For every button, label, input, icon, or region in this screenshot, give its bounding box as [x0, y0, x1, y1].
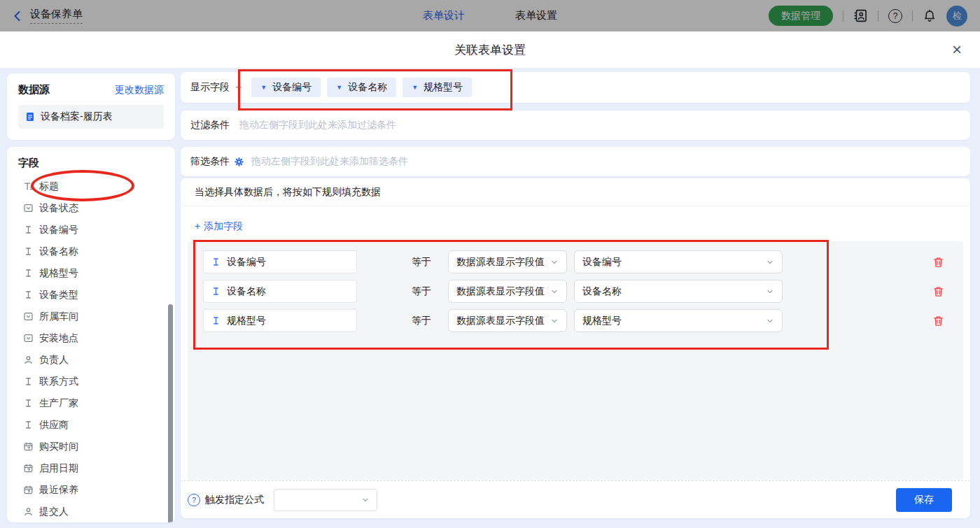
field-item-label: 生产厂家 — [39, 397, 78, 410]
caret-down-icon: ▼ — [412, 84, 418, 91]
rule-field-label: 设备名称 — [227, 285, 266, 298]
display-field-chips: ▼设备编号▼设备名称▼规格型号 — [251, 78, 478, 97]
rule-row: 规格型号 等于 数据源表显示字段值 规格型号 — [203, 309, 963, 332]
panel-footer: ? 触发指定公式 保存 — [181, 480, 970, 518]
field-item-label: 启用日期 — [39, 462, 78, 475]
field-item[interactable]: 生产厂家 — [18, 392, 164, 414]
date-field-icon — [24, 464, 33, 473]
field-item[interactable]: 设备类型 — [18, 284, 164, 306]
field-item-label: 设备状态 — [39, 202, 78, 215]
tab-form-design[interactable]: 表单设计 — [423, 9, 465, 22]
display-fields-panel: 显示字段 + ▼设备编号▼设备名称▼规格型号 — [181, 72, 970, 103]
date-field-icon — [24, 485, 33, 494]
rule-row: 设备名称 等于 数据源表显示字段值 设备名称 — [203, 280, 963, 303]
field-item-label: 规格型号 — [39, 267, 78, 280]
formula-help-icon[interactable]: ? — [188, 494, 200, 506]
screen-condition-panel: 筛选条件 拖动左侧字段到此处来添加筛选条件 — [181, 147, 970, 176]
tab-form-settings[interactable]: 表单设置 — [515, 9, 557, 22]
chip-label: 设备编号 — [272, 81, 312, 94]
text-field-icon — [24, 269, 33, 278]
gear-icon[interactable] — [234, 157, 244, 166]
field-item[interactable]: 设备编号 — [18, 219, 164, 241]
header-tabs: 表单设计 表单设置 — [0, 9, 980, 22]
trigger-formula-select[interactable] — [274, 489, 377, 511]
heading-field-icon — [24, 182, 33, 191]
add-field-button[interactable]: + 添加字段 — [195, 220, 243, 233]
fields-scrollbar[interactable] — [168, 304, 173, 522]
save-button[interactable]: 保存 — [896, 488, 952, 512]
delete-rule-button[interactable] — [933, 286, 944, 297]
text-field-icon — [211, 257, 220, 266]
chevron-down-icon — [361, 496, 370, 504]
field-item[interactable]: 购买时间 — [18, 436, 164, 457]
field-item-label: 联系方式 — [39, 376, 78, 388]
rule-target-field[interactable]: 设备名称 — [203, 280, 357, 303]
date-field-icon — [24, 442, 33, 451]
rule-field-label: 设备编号 — [227, 256, 266, 269]
rule-target-field[interactable]: 规格型号 — [203, 309, 357, 332]
rule-field-label: 规格型号 — [227, 315, 266, 327]
app-header: 设备保养单 表单设计 表单设置 数据管理 ? 检 — [0, 0, 980, 31]
rule-value-select[interactable]: 规格型号 — [574, 309, 783, 332]
display-field-chip[interactable]: ▼设备名称 — [327, 78, 396, 97]
field-item-label: 供应商 — [39, 419, 69, 431]
person-field-icon — [24, 355, 33, 364]
field-item[interactable]: 安装地点 — [18, 327, 164, 349]
field-item[interactable]: 所属车间 — [18, 306, 164, 327]
delete-rule-button[interactable] — [933, 315, 944, 327]
field-item[interactable]: 提交人 — [18, 501, 164, 522]
rule-source-select[interactable]: 数据源表显示字段值 — [448, 309, 567, 332]
field-item[interactable]: 最近保养 — [18, 479, 164, 501]
fields-card: 字段 标题设备状态设备编号设备名称规格型号设备类型所属车间安装地点负责人联系方式… — [7, 147, 175, 522]
field-item[interactable]: 规格型号 — [18, 262, 164, 284]
text-field-icon — [24, 225, 33, 234]
field-item-label: 设备名称 — [39, 245, 78, 258]
filter-condition-label: 过滤条件 — [190, 119, 230, 131]
field-item-label: 最近保养 — [39, 484, 78, 497]
field-item[interactable]: 设备状态 — [18, 197, 164, 219]
rule-operator: 等于 — [412, 315, 447, 327]
add-display-field-icon[interactable]: + — [235, 81, 241, 94]
screen-dropzone[interactable]: 拖动左侧字段到此处来添加筛选条件 — [251, 155, 408, 168]
caret-down-icon: ▼ — [336, 84, 342, 91]
delete-rule-button[interactable] — [933, 257, 944, 268]
plus-icon: + — [195, 220, 200, 233]
text-field-icon — [24, 290, 33, 299]
close-icon[interactable]: × — [952, 41, 962, 58]
filter-dropzone[interactable]: 拖动左侧字段到此处来添加过滤条件 — [239, 119, 396, 131]
fill-rules-panel: 当选择具体数据后，将按如下规则填充数据 + 添加字段 设备编号 等于 数据源表显… — [181, 178, 970, 518]
text-field-icon — [211, 287, 220, 296]
rule-value-select[interactable]: 设备编号 — [574, 250, 783, 273]
rule-source-select[interactable]: 数据源表显示字段值 — [448, 250, 567, 273]
rule-value-select[interactable]: 设备名称 — [574, 280, 783, 303]
person-field-icon — [24, 507, 33, 516]
chip-label: 设备名称 — [348, 81, 387, 94]
selected-datasource[interactable]: 设备档案-履历表 — [18, 105, 164, 129]
rule-operator: 等于 — [412, 256, 447, 269]
datasource-card: 数据源 更改数据源 设备档案-履历表 — [7, 73, 175, 140]
rule-operator: 等于 — [412, 285, 447, 298]
change-datasource-link[interactable]: 更改数据源 — [115, 84, 164, 97]
display-field-chip[interactable]: ▼设备编号 — [251, 78, 321, 97]
field-item[interactable]: 启用日期 — [18, 457, 164, 479]
field-item[interactable]: 标题 — [18, 176, 164, 197]
field-item-label: 所属车间 — [39, 311, 78, 323]
field-item-label: 设备类型 — [39, 289, 78, 301]
field-item[interactable]: 供应商 — [18, 414, 164, 436]
field-item[interactable]: 负责人 — [18, 349, 164, 371]
filter-condition-panel: 过滤条件 拖动左侧字段到此处来添加过滤条件 — [181, 110, 970, 140]
field-item-label: 购买时间 — [39, 441, 78, 453]
field-item-label: 设备编号 — [39, 224, 78, 236]
select-field-icon — [24, 334, 33, 343]
modal-titlebar: 关联表单设置 × — [0, 31, 980, 68]
display-fields-label: 显示字段 — [190, 81, 230, 94]
field-item-label: 负责人 — [39, 354, 69, 366]
text-field-icon — [211, 316, 220, 325]
field-item[interactable]: 联系方式 — [18, 371, 164, 392]
rule-target-field[interactable]: 设备编号 — [203, 250, 357, 273]
fill-rule-hint: 当选择具体数据后，将按如下规则填充数据 — [181, 178, 970, 206]
field-item[interactable]: 设备名称 — [18, 241, 164, 262]
rule-source-select[interactable]: 数据源表显示字段值 — [448, 280, 567, 303]
modal-title: 关联表单设置 — [454, 42, 526, 58]
display-field-chip[interactable]: ▼规格型号 — [402, 78, 472, 97]
